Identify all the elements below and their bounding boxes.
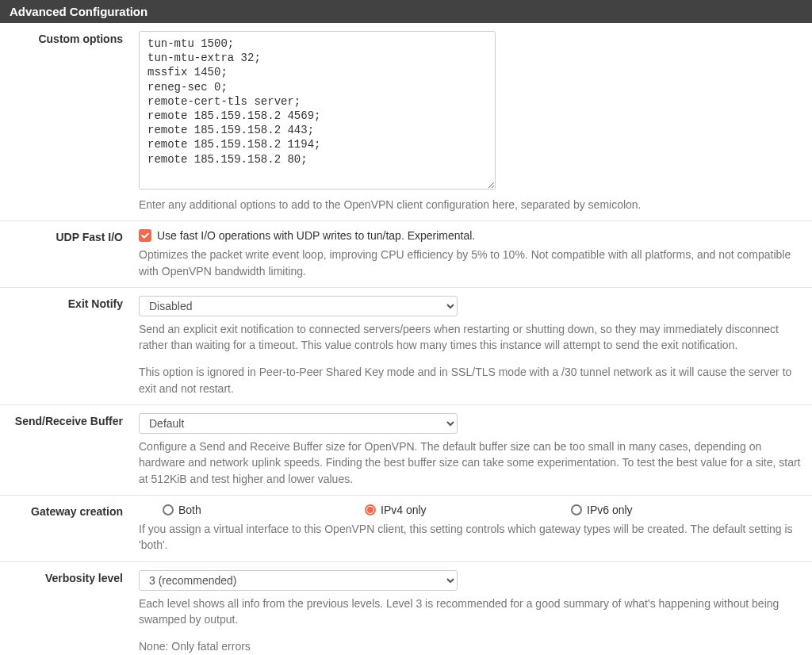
label-udp-fast-io: UDP Fast I/O: [0, 229, 139, 279]
custom-options-textarea[interactable]: <span class="underline">tun</span>-<span…: [139, 31, 496, 190]
label-gateway-creation: Gateway creation: [0, 504, 139, 553]
radio-ipv6-label: IPv6 only: [587, 504, 633, 516]
row-exit-notify: Exit Notify Disabled Send an explicit ex…: [0, 288, 812, 405]
help-send-receive-buffer: Configure a Send and Receive Buffer size…: [139, 439, 801, 487]
radio-item-ipv6: IPv6 only: [571, 504, 633, 516]
check-icon: [140, 231, 150, 240]
row-custom-options: Custom options <span class="underline">t…: [0, 23, 812, 221]
udp-fast-io-checkbox-label: Use fast I/O operations with UDP writes …: [157, 229, 475, 242]
send-receive-buffer-select[interactable]: Default: [139, 413, 458, 434]
panel-title: Advanced Configuration: [10, 5, 147, 18]
panel-header: Advanced Configuration: [0, 0, 812, 23]
radio-ipv6[interactable]: [571, 504, 582, 515]
radio-item-ipv4: IPv4 only: [365, 504, 571, 516]
radio-both[interactable]: [163, 504, 174, 515]
help-exit-notify: Send an explicit exit notification to co…: [139, 321, 801, 396]
gateway-creation-radio-group: Both IPv4 only IPv6 only: [139, 504, 801, 516]
row-send-receive-buffer: Send/Receive Buffer Default Configure a …: [0, 405, 812, 496]
radio-ipv4-label: IPv4 only: [381, 504, 427, 516]
verbosity-level-select[interactable]: 3 (recommended): [139, 570, 458, 591]
label-send-receive-buffer: Send/Receive Buffer: [0, 413, 139, 487]
radio-both-label: Both: [178, 504, 201, 516]
row-verbosity-level: Verbosity level 3 (recommended) Each lev…: [0, 562, 812, 655]
label-verbosity-level: Verbosity level: [0, 570, 139, 655]
radio-item-both: Both: [163, 504, 365, 516]
help-gateway-creation: If you assign a virtual interface to thi…: [139, 521, 801, 553]
help-udp-fast-io: Optimizes the packet write event loop, i…: [139, 247, 801, 279]
udp-fast-io-checkbox[interactable]: [139, 229, 151, 242]
udp-fast-io-checkbox-row: Use fast I/O operations with UDP writes …: [139, 229, 801, 242]
label-exit-notify: Exit Notify: [0, 296, 139, 396]
row-gateway-creation: Gateway creation Both IPv4 only IPv6 onl…: [0, 496, 812, 562]
row-udp-fast-io: UDP Fast I/O Use fast I/O operations wit…: [0, 221, 812, 288]
help-custom-options: Enter any additional options to add to t…: [139, 197, 801, 213]
help-verbosity-level: Each level shows all info from the previ…: [139, 596, 801, 655]
radio-ipv4[interactable]: [365, 504, 376, 515]
exit-notify-select[interactable]: Disabled: [139, 296, 458, 316]
label-custom-options: Custom options: [0, 31, 139, 213]
